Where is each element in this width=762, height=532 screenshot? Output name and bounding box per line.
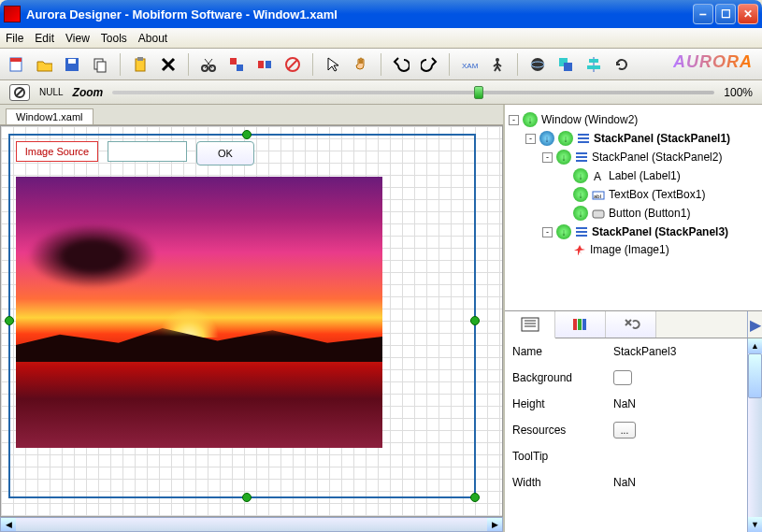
svg-rect-3 — [68, 59, 76, 64]
menu-edit[interactable]: Edit — [35, 32, 54, 45]
resize-handle-bottom[interactable] — [242, 493, 252, 502]
ungroup-icon[interactable] — [254, 54, 275, 75]
front-icon[interactable] — [555, 54, 576, 75]
background-swatch[interactable] — [613, 370, 632, 385]
property-grid[interactable]: NameStackPanel3BackgroundHeightNaNResour… — [505, 338, 762, 532]
image-source-label[interactable]: Image Source — [16, 141, 98, 162]
group-icon[interactable] — [226, 54, 247, 75]
property-row-resources[interactable]: Resources... — [505, 417, 762, 443]
arrow-down-icon: ↓ — [573, 168, 588, 183]
scroll-up-icon[interactable]: ▲ — [748, 338, 762, 353]
property-row-background[interactable]: Background — [505, 365, 762, 391]
stackpanel-icon — [577, 133, 590, 144]
svg-rect-44 — [573, 319, 577, 330]
menu-file[interactable]: File — [6, 32, 23, 45]
xaml-icon[interactable]: XAML — [459, 54, 480, 75]
open-icon[interactable] — [34, 54, 54, 75]
scroll-left-icon[interactable]: ◀ — [1, 518, 16, 531]
scroll-down-icon[interactable]: ▼ — [748, 517, 762, 532]
svg-rect-1 — [10, 58, 22, 62]
close-button[interactable]: ✕ — [738, 4, 758, 24]
undo-icon[interactable] — [391, 54, 411, 75]
design-surface[interactable]: Image Source OK — [8, 134, 476, 498]
redo-icon[interactable] — [419, 54, 439, 75]
tree-node[interactable]: -↓Window (Window2) — [509, 110, 758, 129]
tree-node[interactable]: -↓StackPanel (StackPanel2) — [509, 148, 758, 166]
property-tabs: ▶ — [505, 310, 762, 338]
scroll-right-icon[interactable]: ▶ — [487, 518, 502, 531]
property-row-width[interactable]: WidthNaN — [505, 469, 762, 496]
menu-view[interactable]: View — [65, 32, 90, 45]
tree-node[interactable]: -↓↓StackPanel (StackPanel1) — [509, 129, 758, 148]
tree-node[interactable]: ↓ALabel (Label1) — [509, 166, 758, 185]
tree-expander-icon[interactable]: - — [525, 134, 536, 144]
property-value[interactable]: NaN — [613, 476, 755, 489]
aurora-logo: AURORA — [673, 52, 753, 72]
property-row-name[interactable]: NameStackPanel3 — [505, 338, 762, 365]
stackpanel-icon — [575, 226, 588, 237]
zoom-slider-thumb[interactable] — [474, 86, 483, 99]
resize-handle-top[interactable] — [242, 130, 252, 139]
property-value[interactable]: NaN — [613, 397, 755, 410]
resize-handle-br[interactable] — [470, 493, 480, 502]
document-tabbar: Window1.xaml — [0, 105, 503, 125]
minimize-button[interactable]: ‒ — [693, 4, 713, 24]
property-vscrollbar[interactable]: ▲ ▼ — [747, 338, 762, 532]
copy-icon[interactable] — [90, 54, 110, 75]
cut-icon[interactable] — [198, 54, 219, 75]
no-icon[interactable] — [282, 54, 303, 75]
tree-expander-icon[interactable]: - — [542, 152, 553, 163]
refresh-icon[interactable] — [611, 54, 632, 75]
svg-rect-10 — [230, 58, 237, 65]
property-row-height[interactable]: HeightNaN — [505, 391, 762, 417]
zoom-slider[interactable] — [112, 91, 714, 94]
document-tab[interactable]: Window1.xaml — [6, 108, 93, 124]
property-row-tooltip[interactable]: ToolTip — [505, 443, 762, 469]
svg-rect-5 — [97, 62, 106, 72]
menu-tools[interactable]: Tools — [101, 32, 127, 45]
svg-line-26 — [16, 89, 23, 96]
resize-handle-right[interactable] — [470, 316, 480, 325]
tree-expander-icon[interactable]: - — [509, 115, 519, 125]
svg-text:abl: abl — [594, 194, 601, 199]
img-icon — [573, 244, 586, 255]
resources-tab[interactable] — [555, 311, 606, 338]
align-icon[interactable] — [583, 54, 604, 75]
delete-icon[interactable] — [158, 54, 179, 75]
arrow-down-icon: ↓ — [558, 131, 573, 146]
canvas-hscrollbar[interactable]: ◀ ▶ — [0, 517, 503, 532]
outline-tree[interactable]: -↓Window (Window2)-↓↓StackPanel (StackPa… — [505, 105, 762, 310]
svg-rect-45 — [578, 319, 582, 330]
globe-icon[interactable] — [527, 54, 548, 75]
property-value[interactable]: StackPanel3 — [613, 345, 755, 358]
tree-node[interactable]: ↓Button (Button1) — [509, 204, 758, 223]
scroll-thumb[interactable] — [748, 353, 762, 398]
tabs-overflow-icon[interactable]: ▶ — [747, 311, 762, 338]
properties-tab[interactable] — [505, 311, 555, 338]
window-title: Aurora Designer - Mobiform Software - Wi… — [26, 7, 693, 22]
paste-icon[interactable] — [130, 54, 151, 75]
tree-node[interactable]: -↓StackPanel (StackPanel3) — [509, 223, 758, 241]
hand-icon[interactable] — [351, 54, 371, 75]
A-icon: A — [592, 170, 605, 181]
run-icon[interactable] — [487, 54, 508, 75]
menu-about[interactable]: About — [138, 32, 167, 45]
arrow-down-icon: ↓ — [523, 112, 538, 127]
svg-rect-46 — [582, 319, 586, 330]
app-icon — [4, 6, 21, 22]
tools-tab[interactable] — [606, 311, 656, 338]
resize-handle-left[interactable] — [5, 316, 14, 325]
resources-browse-button[interactable]: ... — [613, 422, 636, 439]
save-icon[interactable] — [62, 54, 82, 75]
tree-expander-icon[interactable]: - — [542, 227, 553, 237]
tree-node[interactable]: Image (Image1) — [509, 241, 758, 258]
new-icon[interactable] — [6, 54, 26, 75]
tree-node[interactable]: ↓ablTextBox (TextBox1) — [509, 185, 758, 204]
ok-button[interactable]: OK — [196, 141, 254, 165]
cursor-icon[interactable] — [323, 54, 343, 75]
design-canvas[interactable]: Image Source OK — [0, 125, 503, 517]
image-control[interactable] — [16, 177, 382, 448]
null-button[interactable] — [9, 84, 30, 101]
textbox-control[interactable] — [108, 141, 187, 162]
maximize-button[interactable]: ☐ — [715, 4, 736, 24]
